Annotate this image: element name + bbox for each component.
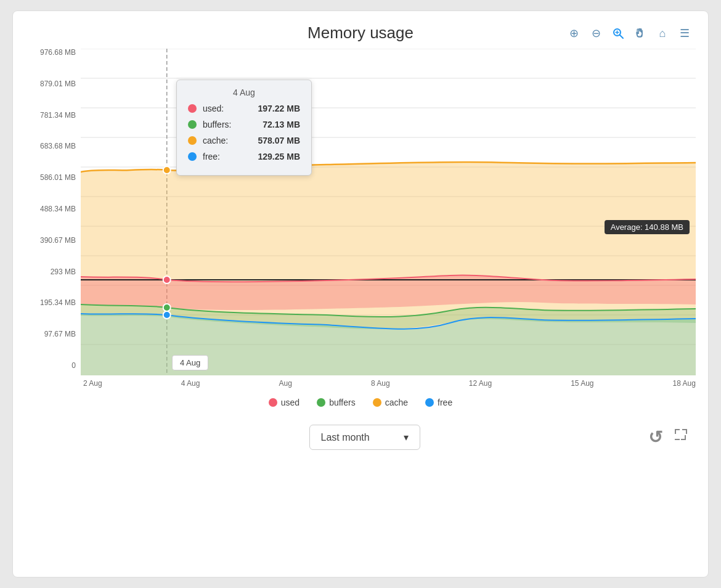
crosshair-date-label: 4 Aug: [172, 355, 208, 370]
y-label-5: 488.34 MB: [25, 205, 81, 213]
home-button[interactable]: ⌂: [654, 25, 671, 42]
zoom-select-button[interactable]: [609, 25, 627, 42]
y-label-4: 586.01 MB: [25, 174, 81, 181]
svg-point-20: [163, 311, 171, 319]
tooltip-cache-label: cache:: [203, 136, 258, 145]
legend-cache-label: cache: [385, 398, 408, 407]
x-label-3: 8 Aug: [371, 379, 390, 388]
legend-buffers-label: buffers: [329, 398, 356, 407]
legend-free: free: [425, 398, 452, 407]
legend-cache: cache: [373, 398, 408, 407]
menu-button[interactable]: ☰: [676, 25, 693, 42]
zoom-in-button[interactable]: ⊕: [565, 25, 582, 42]
cache-dot: [188, 136, 197, 145]
chevron-down-icon: ▾: [404, 431, 409, 443]
svg-point-19: [163, 304, 171, 311]
tooltip: 4 Aug used: 197.22 MB buffers: 72.13 MB …: [176, 80, 312, 176]
x-label-6: 18 Aug: [673, 379, 696, 388]
tooltip-free-value: 129.25 MB: [258, 152, 300, 161]
tooltip-cache-value: 578.07 MB: [258, 136, 300, 145]
bottom-icons: ↺: [648, 427, 690, 448]
zoom-out-button[interactable]: ⊖: [587, 25, 605, 42]
tooltip-buffers-label: buffers:: [203, 120, 263, 129]
pan-button[interactable]: [632, 25, 649, 42]
x-label-5: 15 Aug: [571, 379, 593, 388]
refresh-icon[interactable]: ↺: [648, 427, 662, 447]
x-label-0: 2 Aug: [83, 379, 102, 388]
legend: used buffers cache free: [25, 398, 696, 407]
dropdown-value: Last month: [321, 432, 370, 443]
y-label-7: 293 MB: [25, 268, 81, 276]
y-label-3: 683.68 MB: [25, 142, 81, 150]
legend-used-dot: [269, 398, 277, 407]
buffers-dot: [188, 120, 197, 129]
average-label: Average: 140.88 MB: [605, 220, 690, 234]
tooltip-free-label: free:: [203, 152, 258, 161]
bottom-bar: Last month ▾ ↺: [25, 425, 696, 450]
svg-line-1: [620, 35, 624, 39]
tooltip-used-label: used:: [203, 104, 258, 113]
tooltip-row-cache: cache: 578.07 MB: [188, 136, 300, 145]
x-axis: 2 Aug 4 Aug Aug 8 Aug 12 Aug 15 Aug 18 A…: [83, 375, 696, 388]
tooltip-row-free: free: 129.25 MB: [188, 152, 300, 161]
legend-cache-dot: [373, 398, 381, 407]
y-label-8: 195.34 MB: [25, 299, 81, 306]
time-range-dropdown[interactable]: Last month ▾: [309, 425, 420, 450]
y-label-10: 0: [25, 362, 81, 369]
main-card: Memory usage ⊕ ⊖ ⌂ ☰ 976.68 MB 879.01 MB: [12, 10, 709, 578]
y-label-2: 781.34 MB: [25, 112, 81, 119]
x-label-1: 4 Aug: [181, 379, 200, 388]
tooltip-row-used: used: 197.22 MB: [188, 104, 300, 113]
legend-free-dot: [425, 398, 434, 407]
chart-area: 976.68 MB 879.01 MB 781.34 MB 683.68 MB …: [25, 49, 696, 388]
y-label-0: 976.68 MB: [25, 49, 81, 56]
toolbar: ⊕ ⊖ ⌂ ☰: [565, 25, 693, 42]
free-dot: [188, 152, 197, 161]
tooltip-used-value: 197.22 MB: [258, 104, 300, 113]
tooltip-date: 4 Aug: [188, 88, 300, 97]
y-label-1: 879.01 MB: [25, 80, 81, 88]
tooltip-row-buffers: buffers: 72.13 MB: [188, 120, 300, 129]
y-label-9: 97.67 MB: [25, 330, 81, 338]
legend-buffers: buffers: [317, 398, 356, 407]
y-label-6: 390.67 MB: [25, 237, 81, 244]
legend-used-label: used: [281, 398, 299, 407]
legend-used: used: [269, 398, 299, 407]
tooltip-buffers-value: 72.13 MB: [263, 120, 300, 129]
legend-buffers-dot: [317, 398, 325, 407]
y-axis: 976.68 MB 879.01 MB 781.34 MB 683.68 MB …: [25, 49, 81, 388]
legend-free-label: free: [438, 398, 452, 407]
x-label-4: 12 Aug: [469, 379, 492, 388]
chart-wrapper: 4 Aug used: 197.22 MB buffers: 72.13 MB …: [81, 49, 696, 388]
chart-svg: [81, 49, 696, 375]
expand-icon[interactable]: [672, 427, 690, 448]
svg-point-17: [163, 166, 171, 174]
svg-point-18: [163, 276, 171, 284]
x-label-2: Aug: [279, 379, 292, 388]
used-dot: [188, 104, 197, 113]
chart-svg-container: 4 Aug used: 197.22 MB buffers: 72.13 MB …: [81, 49, 696, 375]
